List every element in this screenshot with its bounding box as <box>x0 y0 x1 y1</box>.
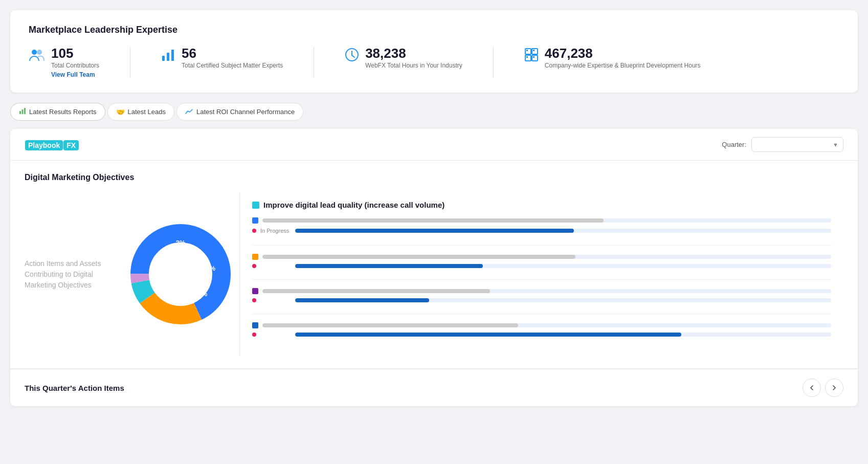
group4-top-bar-fill <box>262 323 518 327</box>
experts-icon <box>161 48 175 65</box>
svg-rect-11 <box>532 55 538 61</box>
svg-text:7%: 7% <box>198 290 208 298</box>
svg-rect-17 <box>22 109 24 114</box>
tab-results-label: Latest Results Reports <box>29 108 97 116</box>
clock-icon <box>345 48 359 65</box>
donut-chart: 68% 22% 7% 3% <box>122 215 239 333</box>
playbook-logo-badge: FX <box>63 140 79 150</box>
quarter-label: Quarter: <box>722 141 746 148</box>
objectives-title: Digital Marketing Objectives <box>25 173 843 182</box>
stat-hours: 38,238 WebFX Total Hours in Your Industr… <box>345 47 462 69</box>
donut-svg: 68% 22% 7% 3% <box>122 215 239 333</box>
svg-rect-4 <box>171 50 174 61</box>
group3-color-badge <box>252 288 258 294</box>
objectives-section: Digital Marketing Objectives Action Item… <box>10 161 858 369</box>
stat-divider-2 <box>314 47 314 78</box>
contributors-icon <box>29 48 45 65</box>
svg-rect-14 <box>526 56 528 58</box>
group1-top-bar-fill <box>262 218 604 223</box>
action-items-title: This Quarter's Action Items <box>25 384 124 392</box>
blueprint-content: 467,238 Company-wide Expertise & Bluepri… <box>545 47 701 69</box>
group4-bar <box>295 333 831 337</box>
progress-group-2 <box>252 254 831 280</box>
hours-number: 38,238 <box>365 47 462 60</box>
group4-dot <box>252 333 256 337</box>
stat-contributors: 105 Total Contributors View Full Team <box>29 47 99 78</box>
results-tab-icon <box>19 107 26 116</box>
progress-group-2-header <box>252 254 831 260</box>
experts-label: Total Certified Subject Matter Experts <box>182 62 283 69</box>
stat-divider-1 <box>130 47 130 78</box>
contributors-label: Total Contributors <box>51 62 99 69</box>
tab-roi[interactable]: Latest ROI Channel Performance <box>176 103 303 121</box>
group3-dot <box>252 298 256 302</box>
svg-rect-18 <box>24 108 26 114</box>
group4-bar-row <box>252 333 831 337</box>
stat-blueprint: 467,238 Company-wide Expertise & Bluepri… <box>524 47 701 69</box>
group1-dot <box>252 229 256 233</box>
svg-rect-9 <box>532 49 538 54</box>
group2-bar <box>295 264 831 268</box>
group3-top-bar <box>262 289 831 293</box>
progress-group-3-header <box>252 288 831 294</box>
svg-rect-2 <box>162 56 165 61</box>
quarter-select[interactable]: Q1 2024 Q2 2024 Q3 2024 Q4 2024 <box>751 137 843 152</box>
progress-group-3 <box>252 288 831 314</box>
playbook-logo-text: Playbook <box>25 140 63 150</box>
playbook-logo: PlaybookFX <box>25 139 79 150</box>
tabs-row: Latest Results Reports 🤝 Latest Leads La… <box>10 103 858 121</box>
svg-rect-3 <box>167 53 169 61</box>
group2-bar-row <box>252 264 831 268</box>
group4-color-badge <box>252 322 258 328</box>
group2-dot <box>252 264 256 268</box>
group4-bar-fill <box>295 333 681 337</box>
svg-point-0 <box>32 50 37 55</box>
page-title: Marketplace Leadership Expertise <box>29 25 839 35</box>
tab-roi-label: Latest ROI Channel Performance <box>196 108 295 116</box>
experts-number: 56 <box>182 47 283 60</box>
donut-section: Action Items and Assets Contributing to … <box>25 192 239 356</box>
stats-row: 105 Total Contributors View Full Team 56… <box>29 47 839 78</box>
objectives-content: Action Items and Assets Contributing to … <box>25 192 843 356</box>
action-items-footer: This Quarter's Action Items <box>10 369 858 406</box>
experts-content: 56 Total Certified Subject Matter Expert… <box>182 47 283 69</box>
tab-leads[interactable]: 🤝 Latest Leads <box>107 103 174 121</box>
svg-text:3%: 3% <box>176 239 186 247</box>
roi-tab-icon <box>185 108 193 116</box>
group3-bar <box>295 298 831 302</box>
blueprint-label: Company-wide Expertise & Blueprint Devel… <box>545 62 701 69</box>
group2-color-badge <box>252 254 258 260</box>
prev-button[interactable] <box>803 379 821 397</box>
next-button[interactable] <box>825 379 843 397</box>
quarter-selector: Quarter: Q1 2024 Q2 2024 Q3 2024 Q4 2024… <box>722 137 843 152</box>
quarter-select-wrapper: Q1 2024 Q2 2024 Q3 2024 Q4 2024 ▼ <box>751 137 843 152</box>
tab-results[interactable]: Latest Results Reports <box>10 103 105 121</box>
group1-bar <box>295 229 831 233</box>
svg-rect-12 <box>526 50 528 51</box>
svg-line-7 <box>352 55 354 57</box>
group1-bar-fill <box>295 229 574 233</box>
progress-group-1: In Progress <box>252 217 831 246</box>
stat-experts: 56 Total Certified Subject Matter Expert… <box>161 47 283 69</box>
svg-text:68%: 68% <box>152 275 165 282</box>
progress-group-1-header <box>252 217 831 224</box>
view-full-team-link[interactable]: View Full Team <box>51 71 99 78</box>
hours-label: WebFX Total Hours in Your Industry <box>365 62 462 69</box>
hours-content: 38,238 WebFX Total Hours in Your Industr… <box>365 47 462 69</box>
playbook-header: PlaybookFX Quarter: Q1 2024 Q2 2024 Q3 2… <box>10 129 858 161</box>
svg-rect-10 <box>525 55 531 61</box>
svg-point-1 <box>37 50 42 55</box>
contributors-number: 105 <box>51 47 99 60</box>
group3-bar-fill <box>295 298 429 302</box>
stats-card: Marketplace Leadership Expertise 105 Tot… <box>10 10 858 93</box>
group2-bar-fill <box>295 264 483 268</box>
group3-bar-row <box>252 298 831 302</box>
progress-group-4-header <box>252 322 831 328</box>
svg-text:22%: 22% <box>202 264 215 272</box>
progress-section: Improve digital lead quality (increase c… <box>239 192 843 356</box>
blueprint-icon <box>524 48 539 65</box>
group1-top-bar <box>262 218 831 223</box>
playbook-card: PlaybookFX Quarter: Q1 2024 Q2 2024 Q3 2… <box>10 129 858 406</box>
main-objective-title: Improve digital lead quality (increase c… <box>252 201 831 209</box>
group2-top-bar-fill <box>262 255 575 259</box>
